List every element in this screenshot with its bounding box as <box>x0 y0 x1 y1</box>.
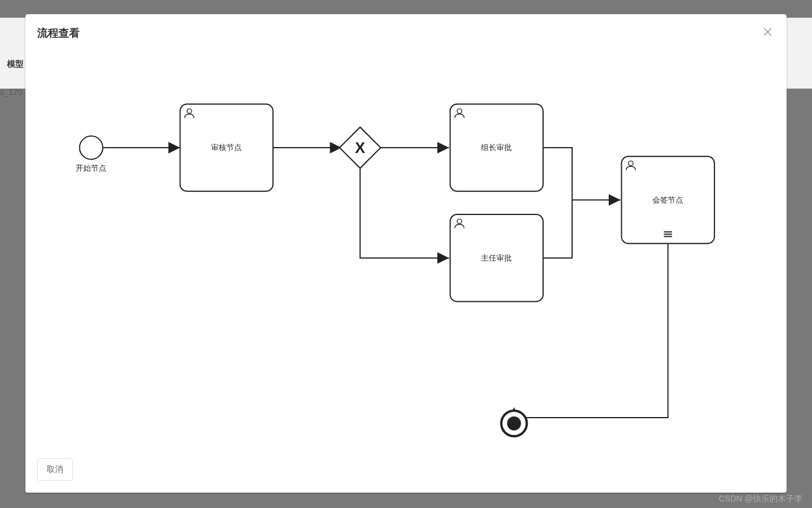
gateway-symbol: X <box>355 139 365 156</box>
task-team-leader-label: 组长审批 <box>481 143 512 152</box>
process-view-modal: 流程查看 开始节点 <box>25 14 787 493</box>
bpmn-diagram[interactable]: 开始节点 审核节点 X <box>25 46 787 452</box>
task-countersign-label: 会签节点 <box>652 196 683 204</box>
bpmn-flow-task2-task4[interactable] <box>543 148 621 200</box>
start-event-label: 开始节点 <box>76 164 106 172</box>
task-review-label: 审核节点 <box>211 143 242 152</box>
bpmn-task-countersign[interactable]: 会签节点 <box>622 157 714 243</box>
modal-footer: 取消 <box>25 452 787 493</box>
cancel-button[interactable]: 取消 <box>37 458 73 481</box>
modal-header: 流程查看 <box>25 14 787 46</box>
bpmn-task-team-leader[interactable]: 组长审批 <box>450 104 543 191</box>
bpmn-task-director[interactable]: 主任审批 <box>450 214 543 301</box>
close-icon <box>763 27 772 37</box>
bpmn-flow-task3-task4[interactable] <box>543 200 572 258</box>
svg-point-2 <box>80 136 103 159</box>
bpmn-start-event[interactable]: 开始节点 <box>76 136 106 172</box>
bpmn-end-event[interactable] <box>501 411 527 436</box>
task-director-label: 主任审批 <box>481 253 512 262</box>
modal-body: 开始节点 审核节点 X <box>25 46 787 452</box>
bpmn-flow-gateway-task3[interactable] <box>360 168 449 258</box>
bpmn-exclusive-gateway[interactable]: X <box>340 127 381 168</box>
svg-point-19 <box>507 416 521 431</box>
bpmn-task-review[interactable]: 审核节点 <box>180 104 273 191</box>
close-button[interactable] <box>763 27 775 39</box>
modal-title: 流程查看 <box>37 26 80 40</box>
